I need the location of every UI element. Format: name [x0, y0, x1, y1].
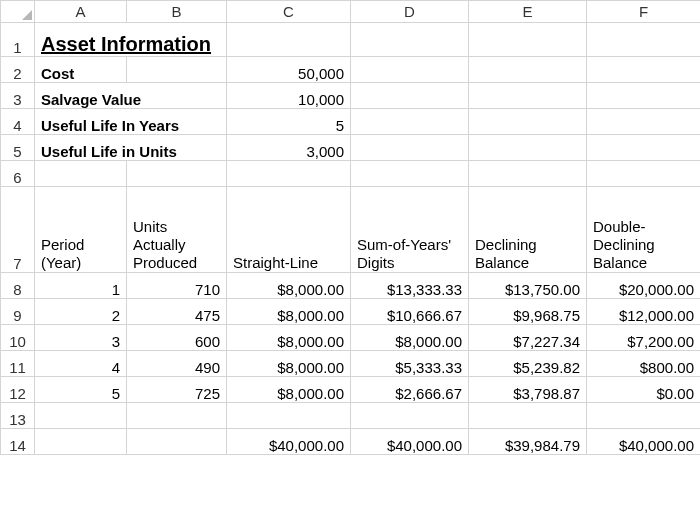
hdr-db[interactable]: Declining Balance: [469, 187, 587, 273]
row-header-13[interactable]: 13: [1, 403, 35, 429]
cell[interactable]: [587, 161, 701, 187]
row-header-12[interactable]: 12: [1, 377, 35, 403]
row-header-3[interactable]: 3: [1, 83, 35, 109]
life-units-value[interactable]: 3,000: [227, 135, 351, 161]
cell[interactable]: [351, 109, 469, 135]
cell-period[interactable]: 3: [35, 325, 127, 351]
cell-db[interactable]: $5,239.82: [469, 351, 587, 377]
cell[interactable]: [587, 23, 701, 57]
col-header-F[interactable]: F: [587, 1, 701, 23]
cell-period[interactable]: 2: [35, 299, 127, 325]
title-cell[interactable]: Asset Information: [35, 23, 227, 57]
cell[interactable]: [587, 57, 701, 83]
cell[interactable]: [351, 83, 469, 109]
cell-db[interactable]: $3,798.87: [469, 377, 587, 403]
cell-units[interactable]: 725: [127, 377, 227, 403]
row-header-8[interactable]: 8: [1, 273, 35, 299]
row-header-5[interactable]: 5: [1, 135, 35, 161]
row-header-1[interactable]: 1: [1, 23, 35, 57]
cell-db[interactable]: $13,750.00: [469, 273, 587, 299]
cell[interactable]: [127, 161, 227, 187]
cell-syd[interactable]: $5,333.33: [351, 351, 469, 377]
cell[interactable]: [469, 57, 587, 83]
total-db[interactable]: $39,984.79: [469, 429, 587, 455]
cell[interactable]: [587, 109, 701, 135]
cell-period[interactable]: 5: [35, 377, 127, 403]
cell[interactable]: [351, 57, 469, 83]
cell[interactable]: [227, 161, 351, 187]
cell[interactable]: [35, 429, 127, 455]
life-years-label[interactable]: Useful Life In Years: [35, 109, 227, 135]
total-syd[interactable]: $40,000.00: [351, 429, 469, 455]
cell-units[interactable]: 710: [127, 273, 227, 299]
row-header-4[interactable]: 4: [1, 109, 35, 135]
row-header-6[interactable]: 6: [1, 161, 35, 187]
cell[interactable]: [35, 403, 127, 429]
cell[interactable]: [227, 23, 351, 57]
cell[interactable]: [469, 135, 587, 161]
row-header-11[interactable]: 11: [1, 351, 35, 377]
cell-units[interactable]: 475: [127, 299, 227, 325]
cell[interactable]: [351, 161, 469, 187]
salvage-label[interactable]: Salvage Value: [35, 83, 227, 109]
row-header-9[interactable]: 9: [1, 299, 35, 325]
cell-ddb[interactable]: $7,200.00: [587, 325, 701, 351]
cell-db[interactable]: $9,968.75: [469, 299, 587, 325]
cell[interactable]: [351, 23, 469, 57]
cell[interactable]: [35, 161, 127, 187]
cell[interactable]: [351, 135, 469, 161]
cell[interactable]: [127, 57, 227, 83]
salvage-value[interactable]: 10,000: [227, 83, 351, 109]
cell[interactable]: [469, 83, 587, 109]
select-all-corner[interactable]: [1, 1, 35, 23]
life-years-value[interactable]: 5: [227, 109, 351, 135]
cell-sl[interactable]: $8,000.00: [227, 273, 351, 299]
hdr-syd[interactable]: Sum-of-Years' Digits: [351, 187, 469, 273]
col-header-C[interactable]: C: [227, 1, 351, 23]
cell[interactable]: [351, 403, 469, 429]
row-header-10[interactable]: 10: [1, 325, 35, 351]
spreadsheet[interactable]: A B C D E F 1 Asset Information 2 Cost 5…: [0, 0, 700, 455]
cell-syd[interactable]: $10,666.67: [351, 299, 469, 325]
cell-units[interactable]: 490: [127, 351, 227, 377]
row-header-7[interactable]: 7: [1, 187, 35, 273]
life-units-label[interactable]: Useful Life in Units: [35, 135, 227, 161]
total-ddb[interactable]: $40,000.00: [587, 429, 701, 455]
cell-sl[interactable]: $8,000.00: [227, 325, 351, 351]
row-header-2[interactable]: 2: [1, 57, 35, 83]
cell[interactable]: [587, 83, 701, 109]
col-header-E[interactable]: E: [469, 1, 587, 23]
cell[interactable]: [469, 161, 587, 187]
cell-syd[interactable]: $8,000.00: [351, 325, 469, 351]
cell-period[interactable]: 4: [35, 351, 127, 377]
cell-period[interactable]: 1: [35, 273, 127, 299]
cell[interactable]: [469, 109, 587, 135]
hdr-ddb[interactable]: Double-Declining Balance: [587, 187, 701, 273]
cell[interactable]: [127, 403, 227, 429]
cell-ddb[interactable]: $20,000.00: [587, 273, 701, 299]
cell-units[interactable]: 600: [127, 325, 227, 351]
cell[interactable]: [469, 403, 587, 429]
cell-syd[interactable]: $13,333.33: [351, 273, 469, 299]
cell-ddb[interactable]: $800.00: [587, 351, 701, 377]
hdr-sl[interactable]: Straight-Line: [227, 187, 351, 273]
cost-label[interactable]: Cost: [35, 57, 127, 83]
col-header-B[interactable]: B: [127, 1, 227, 23]
cell[interactable]: [227, 403, 351, 429]
cost-value[interactable]: 50,000: [227, 57, 351, 83]
cell[interactable]: [469, 23, 587, 57]
cell-ddb[interactable]: $12,000.00: [587, 299, 701, 325]
cell-sl[interactable]: $8,000.00: [227, 351, 351, 377]
cell-sl[interactable]: $8,000.00: [227, 299, 351, 325]
cell[interactable]: [127, 429, 227, 455]
cell-ddb[interactable]: $0.00: [587, 377, 701, 403]
hdr-period[interactable]: Period (Year): [35, 187, 127, 273]
cell-sl[interactable]: $8,000.00: [227, 377, 351, 403]
row-header-14[interactable]: 14: [1, 429, 35, 455]
hdr-units[interactable]: Units Actually Produced: [127, 187, 227, 273]
cell[interactable]: [587, 403, 701, 429]
cell-db[interactable]: $7,227.34: [469, 325, 587, 351]
cell[interactable]: [587, 135, 701, 161]
cell-syd[interactable]: $2,666.67: [351, 377, 469, 403]
col-header-D[interactable]: D: [351, 1, 469, 23]
